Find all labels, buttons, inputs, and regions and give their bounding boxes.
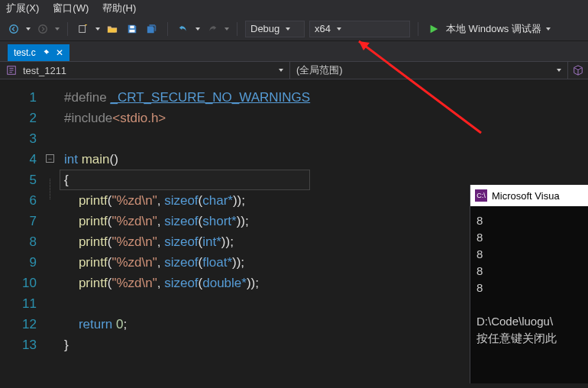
redo-icon[interactable] <box>205 21 220 37</box>
chevron-down-icon <box>557 69 561 72</box>
svg-point-0 <box>10 24 18 33</box>
close-tab-icon[interactable]: ✕ <box>56 47 63 58</box>
code-area[interactable]: #define _CRT_SECURE_NO_WARNINGS #include… <box>60 79 310 388</box>
menu-extensions[interactable]: 扩展(X) <box>6 2 39 15</box>
save-icon[interactable] <box>124 21 140 37</box>
nav-bar: test_1211 (全局范围) <box>0 61 588 79</box>
svg-point-1 <box>39 24 47 33</box>
console-window: C:\ Microsoft Visua 8 8 8 8 8 D:\Code\lu… <box>470 185 588 383</box>
menubar: 扩展(X) 窗口(W) 帮助(H) <box>0 0 588 17</box>
fold-gutter: − <box>46 79 60 388</box>
svg-rect-3 <box>130 29 135 32</box>
toolbar: Debug x64 本地 Windows 调试器 <box>0 17 588 41</box>
menu-help[interactable]: 帮助(H) <box>102 2 136 15</box>
vs-icon: C:\ <box>475 189 487 202</box>
line-gutter: 12345678910111213 <box>0 79 46 388</box>
nav-fwd-caret[interactable] <box>55 27 60 31</box>
debugger-caret[interactable] <box>546 27 551 31</box>
platform-dropdown[interactable]: x64 <box>309 21 410 37</box>
console-titlebar[interactable]: C:\ Microsoft Visua <box>470 185 588 206</box>
svg-rect-2 <box>79 25 86 32</box>
chevron-down-icon <box>279 69 283 72</box>
file-tab[interactable]: test.c ✕ <box>8 44 69 61</box>
undo-icon[interactable] <box>176 21 191 37</box>
debugger-label[interactable]: 本地 Windows 调试器 <box>446 22 541 36</box>
tab-label: test.c <box>14 47 36 58</box>
nav-back-caret[interactable] <box>26 27 31 31</box>
scope-dropdown[interactable]: (全局范围) <box>290 62 568 79</box>
undo-caret[interactable] <box>195 27 200 31</box>
nav-cube-icon[interactable] <box>568 65 588 76</box>
redo-caret[interactable] <box>225 27 229 31</box>
tab-well: test.c ✕ <box>0 41 588 61</box>
open-icon[interactable] <box>105 21 120 37</box>
new-caret[interactable] <box>95 27 100 31</box>
pin-icon[interactable] <box>42 49 50 57</box>
svg-rect-4 <box>130 25 134 28</box>
project-icon <box>6 65 17 76</box>
config-dropdown[interactable]: Debug <box>245 21 305 37</box>
nav-back-icon[interactable] <box>6 21 21 37</box>
project-dropdown[interactable]: test_1211 <box>0 62 290 79</box>
new-item-icon[interactable] <box>76 21 91 37</box>
fold-toggle[interactable]: − <box>46 154 54 163</box>
start-debug-icon[interactable] <box>426 21 441 37</box>
save-all-icon[interactable] <box>144 21 160 37</box>
console-output: 8 8 8 8 8 D:\Code\luogu\ 按任意键关闭此 <box>470 206 588 353</box>
menu-window[interactable]: 窗口(W) <box>53 2 89 15</box>
nav-forward-icon[interactable] <box>35 21 50 37</box>
